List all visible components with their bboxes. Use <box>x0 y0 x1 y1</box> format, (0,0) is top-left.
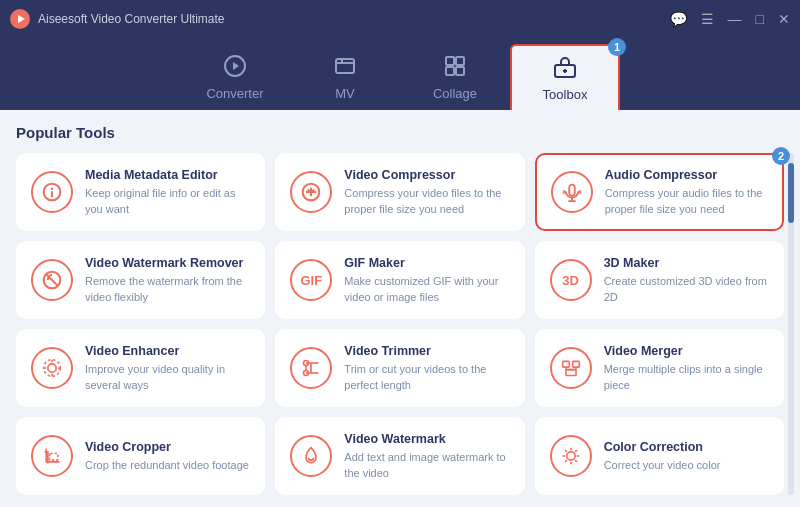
3d-maker-name: 3D Maker <box>604 255 769 271</box>
svg-rect-38 <box>572 361 579 367</box>
video-compressor-name: Video Compressor <box>344 167 509 183</box>
maximize-icon[interactable]: □ <box>756 11 764 27</box>
mv-icon <box>333 54 357 82</box>
title-bar: Aiseesoft Video Converter Ultimate 💬 ☰ —… <box>0 0 800 38</box>
video-trimmer-name: Video Trimmer <box>344 343 509 359</box>
audio-compressor-info: Audio Compressor Compress your audio fil… <box>605 167 768 217</box>
toolbox-icon <box>553 55 577 83</box>
media-metadata-editor-name: Media Metadata Editor <box>85 167 250 183</box>
menu-icon[interactable]: ☰ <box>701 11 714 27</box>
video-watermark-remover-name: Video Watermark Remover <box>85 255 250 271</box>
video-cropper-info: Video Cropper Crop the redundant video f… <box>85 439 250 474</box>
svg-marker-3 <box>233 62 239 70</box>
converter-label: Converter <box>206 86 263 101</box>
app-icon <box>10 9 30 29</box>
gif-maker-name: GIF Maker <box>344 255 509 271</box>
video-watermark-icon <box>290 435 332 477</box>
video-compressor-icon <box>290 171 332 213</box>
collage-label: Collage <box>433 86 477 101</box>
chat-icon[interactable]: 💬 <box>670 11 687 27</box>
tool-card-3d-maker[interactable]: 3D 3D Maker Create customized 3D video f… <box>535 241 784 319</box>
gif-maker-desc: Make customized GIF with your video or i… <box>344 274 509 305</box>
video-watermark-name: Video Watermark <box>344 431 509 447</box>
video-trimmer-icon <box>290 347 332 389</box>
gif-maker-icon: GIF <box>290 259 332 301</box>
video-enhancer-name: Video Enhancer <box>85 343 250 359</box>
tool-card-video-enhancer[interactable]: Video Enhancer Improve your video qualit… <box>16 329 265 407</box>
collage-icon <box>443 54 467 82</box>
nav-item-collage[interactable]: Collage <box>400 44 510 110</box>
scroll-track[interactable] <box>788 153 794 495</box>
audio-compressor-icon <box>551 171 593 213</box>
section-title: Popular Tools <box>16 124 784 141</box>
close-icon[interactable]: ✕ <box>778 11 790 27</box>
audio-compressor-badge: 2 <box>772 147 790 165</box>
video-merger-name: Video Merger <box>604 343 769 359</box>
3d-maker-icon: 3D <box>550 259 592 301</box>
svg-point-29 <box>48 364 56 372</box>
main-content: Popular Tools Media Metadata Editor Keep… <box>0 110 800 507</box>
tool-card-video-cropper[interactable]: Video Cropper Crop the redundant video f… <box>16 417 265 495</box>
color-correction-name: Color Correction <box>604 439 769 455</box>
svg-point-44 <box>566 452 574 460</box>
media-metadata-editor-icon <box>31 171 73 213</box>
video-watermark-desc: Add text and image watermark to the vide… <box>344 450 509 481</box>
tool-card-video-merger[interactable]: Video Merger Merge multiple clips into a… <box>535 329 784 407</box>
video-cropper-icon <box>31 435 73 477</box>
svg-rect-9 <box>446 67 454 75</box>
color-correction-info: Color Correction Correct your video colo… <box>604 439 769 474</box>
tool-card-gif-maker[interactable]: GIF GIF Maker Make customized GIF with y… <box>275 241 524 319</box>
3d-maker-info: 3D Maker Create customized 3D video from… <box>604 255 769 305</box>
tool-card-video-compressor[interactable]: Video Compressor Compress your video fil… <box>275 153 524 231</box>
nav-bar: Converter MV Collage 1 <box>0 38 800 110</box>
svg-rect-43 <box>50 454 58 461</box>
tool-card-audio-compressor[interactable]: 2 Audio Compressor Compress your audio f… <box>535 153 784 231</box>
video-enhancer-desc: Improve your video quality in several wa… <box>85 362 250 393</box>
svg-line-50 <box>575 460 577 462</box>
video-merger-desc: Merge multiple clips into a single piece <box>604 362 769 393</box>
window-controls: 💬 ☰ — □ ✕ <box>670 11 790 27</box>
nav-item-mv[interactable]: MV <box>290 44 400 110</box>
video-compressor-info: Video Compressor Compress your video fil… <box>344 167 509 217</box>
tool-card-color-correction[interactable]: Color Correction Correct your video colo… <box>535 417 784 495</box>
tool-card-media-metadata-editor[interactable]: Media Metadata Editor Keep original file… <box>16 153 265 231</box>
media-metadata-editor-info: Media Metadata Editor Keep original file… <box>85 167 250 217</box>
media-metadata-editor-desc: Keep original file info or edit as you w… <box>85 186 250 217</box>
video-merger-icon <box>550 347 592 389</box>
tool-card-video-trimmer[interactable]: Video Trimmer Trim or cut your videos to… <box>275 329 524 407</box>
svg-line-52 <box>575 450 577 452</box>
svg-rect-10 <box>456 67 464 75</box>
scroll-thumb[interactable] <box>788 163 794 223</box>
video-watermark-remover-icon <box>31 259 73 301</box>
video-enhancer-info: Video Enhancer Improve your video qualit… <box>85 343 250 393</box>
3d-maker-desc: Create customized 3D video from 2D <box>604 274 769 305</box>
converter-icon <box>223 54 247 82</box>
svg-rect-4 <box>336 59 354 73</box>
tool-card-video-watermark-remover[interactable]: Video Watermark Remover Remove the water… <box>16 241 265 319</box>
title-bar-left: Aiseesoft Video Converter Ultimate <box>10 9 225 29</box>
audio-compressor-desc: Compress your audio files to the proper … <box>605 186 768 217</box>
mv-label: MV <box>335 86 355 101</box>
nav-item-toolbox[interactable]: 1 Toolbox <box>510 44 620 110</box>
svg-rect-8 <box>456 57 464 65</box>
svg-line-49 <box>565 450 567 452</box>
nav-item-converter[interactable]: Converter <box>180 44 290 110</box>
tools-grid: Media Metadata Editor Keep original file… <box>16 153 784 495</box>
video-trimmer-info: Video Trimmer Trim or cut your videos to… <box>344 343 509 393</box>
video-watermark-remover-info: Video Watermark Remover Remove the water… <box>85 255 250 305</box>
video-trimmer-desc: Trim or cut your videos to the perfect l… <box>344 362 509 393</box>
video-merger-info: Video Merger Merge multiple clips into a… <box>604 343 769 393</box>
app-title: Aiseesoft Video Converter Ultimate <box>38 12 225 26</box>
color-correction-desc: Correct your video color <box>604 458 769 473</box>
video-watermark-remover-desc: Remove the watermark from the video flex… <box>85 274 250 305</box>
video-compressor-desc: Compress your video files to the proper … <box>344 186 509 217</box>
nav-badge-1: 1 <box>608 38 626 56</box>
tool-card-video-watermark[interactable]: Video Watermark Add text and image water… <box>275 417 524 495</box>
svg-line-51 <box>565 460 567 462</box>
minimize-icon[interactable]: — <box>728 11 742 27</box>
svg-rect-37 <box>562 361 569 367</box>
gif-maker-info: GIF Maker Make customized GIF with your … <box>344 255 509 305</box>
video-enhancer-icon <box>31 347 73 389</box>
svg-rect-22 <box>569 185 575 196</box>
audio-compressor-name: Audio Compressor <box>605 167 768 183</box>
